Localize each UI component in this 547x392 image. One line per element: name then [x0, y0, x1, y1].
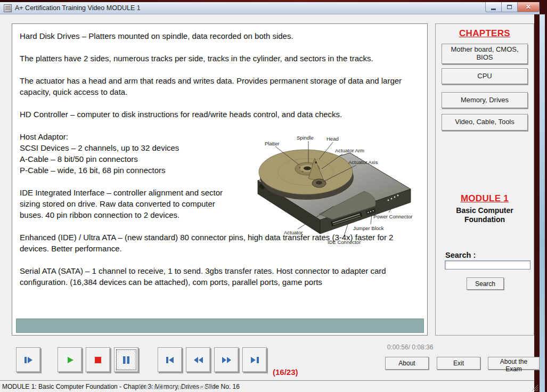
diagram-label-power-connector: Power Connector — [373, 214, 412, 219]
exit-button[interactable]: Exit — [437, 357, 480, 370]
window-title: A+ Certification Training Video MODULE 1 — [15, 4, 141, 12]
diagram-label-actuator: Actuator — [284, 230, 303, 235]
hard-disk-illustration: Platter Spindle Head Actuator Arm Actuat… — [228, 132, 430, 247]
slide-paragraph: IDE Integrated Interface – controller al… — [20, 187, 233, 220]
chapter-button-motherboard-cmos-bios[interactable]: Mother board, CMOS, BIOS — [442, 44, 528, 64]
resume-play-button[interactable] — [16, 347, 40, 372]
sidebar: CHAPTERS Mother board, CMOS, BIOS CPU Me… — [435, 23, 534, 336]
slide-paragraph: The actuator has a head and arm that rea… — [20, 75, 422, 97]
slide-counter: (16/23) — [273, 368, 298, 377]
chapter-button-video-cable-tools[interactable]: Video, Cable, Tools — [442, 114, 528, 130]
pause-button[interactable] — [114, 347, 138, 372]
about-button[interactable]: About — [385, 357, 429, 370]
minimize-icon — [491, 9, 496, 10]
pause-icon — [121, 355, 132, 365]
resize-grip-icon — [530, 383, 538, 391]
skip-to-start-icon — [165, 355, 175, 365]
app-window: A+ Certification Training Video MODULE 1… — [0, 2, 540, 392]
module-subtitle: Basic Computer Foundation — [447, 206, 522, 224]
diagram-label-spindle: Spindle — [297, 135, 314, 141]
last-slide-button[interactable] — [242, 347, 267, 372]
diagram-label-ide-connector: IDE Connector — [328, 239, 361, 245]
play-button[interactable] — [58, 347, 82, 372]
close-icon: ✕ — [526, 4, 531, 10]
close-button[interactable]: ✕ — [517, 2, 540, 12]
next-slide-button[interactable] — [214, 347, 239, 372]
bar-play-icon — [23, 355, 34, 365]
fast-forward-icon — [221, 355, 232, 365]
search-input[interactable] — [445, 260, 530, 270]
window-controls: ✕ — [485, 2, 540, 12]
resize-grip[interactable] — [530, 383, 538, 391]
slide-paragraph: The platters have 2 sides, numerous trac… — [20, 53, 422, 64]
slide-panel: Hard Disk Drives – Platters mounted on s… — [12, 23, 428, 336]
skip-to-end-icon — [249, 355, 260, 365]
window-right-frame — [540, 14, 545, 392]
time-display: 0:00:56/ 0:08:36 — [373, 344, 447, 351]
desktop-background: A+ Certification Training Video MODULE 1… — [0, 0, 547, 392]
module-heading: MODULE 1 — [436, 193, 534, 204]
maximize-button[interactable] — [501, 2, 517, 12]
chapter-button-memory-drives[interactable]: Memory, Drives — [442, 92, 528, 108]
diagram-label-platter: Platter — [265, 141, 279, 146]
maximize-icon — [507, 5, 512, 9]
window-body: Hard Disk Drives – Platters mounted on s… — [0, 14, 534, 392]
status-bar: MODULE 1: Basic Computer Foundation - Ch… — [0, 380, 534, 392]
previous-slide-button[interactable] — [186, 347, 210, 372]
slide-paragraph: Hard Disk Drives – Platters mounted on s… — [20, 30, 422, 42]
play-icon — [64, 355, 75, 365]
first-slide-button[interactable] — [158, 347, 182, 372]
search-label: Search : — [445, 251, 476, 259]
chapter-button-cpu[interactable]: CPU — [442, 68, 528, 84]
slide-footer-bar — [16, 318, 424, 333]
watermark: GearDownload.com — [0, 382, 353, 391]
stop-icon — [93, 355, 103, 365]
chapters-heading: CHAPTERS — [436, 28, 534, 39]
about-exam-button[interactable]: About the Exam — [488, 357, 540, 370]
rewind-icon — [193, 355, 203, 365]
titlebar[interactable]: A+ Certification Training Video MODULE 1… — [0, 2, 540, 14]
stop-button[interactable] — [86, 347, 110, 372]
diagram-label-jumper-block: Jumper Block — [353, 225, 384, 231]
minimize-button[interactable] — [485, 2, 501, 12]
slide-paragraph: Serial ATA (SATA) – 1 channel to receive… — [20, 265, 422, 288]
diagram-label-actuator-axis: Actuator Axis — [348, 159, 378, 165]
hard-disk-diagram: Platter Spindle Head Actuator Arm Actuat… — [228, 132, 430, 247]
app-icon — [4, 4, 12, 12]
diagram-label-actuator-arm: Actuator Arm — [335, 148, 364, 153]
diagram-label-head: Head — [326, 136, 339, 142]
slide-paragraph: HD Controller – computer to disk instruc… — [20, 109, 422, 120]
search-button[interactable]: Search — [467, 277, 504, 290]
